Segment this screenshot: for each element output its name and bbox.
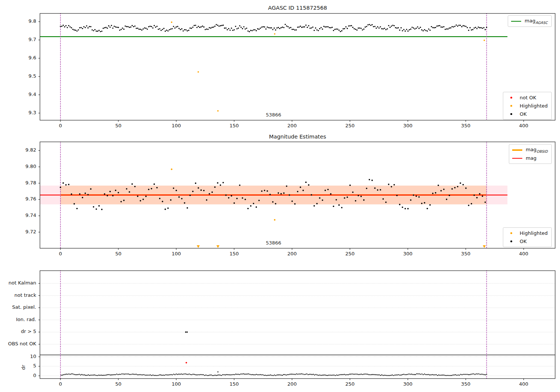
plot1-highlighted-points (171, 22, 485, 112)
plot3-flags-ytick-label-OBS not OK: OBS not OK (0, 341, 36, 346)
plot1-legend-markers-entry: OK (506, 111, 548, 118)
plot2-title: Magnitude Estimates (40, 134, 555, 140)
plot2-ytick-label-9.72: 9.72 (0, 229, 36, 234)
plot3-flags-ytick-label-not track: not track (0, 292, 36, 298)
plot2-xtick-label-400: 400 (519, 251, 528, 256)
plot2-xtick-label-300: 300 (403, 251, 413, 256)
plot3-xtick-label-350: 350 (461, 381, 470, 387)
plot2-obsid-annotation: 53866 (266, 240, 281, 246)
plot1-xtick-label-200: 200 (287, 123, 297, 128)
plot3-xtick-label-0: 0 (59, 381, 62, 387)
plot3-flag-point-dr-gt-5 (186, 332, 188, 333)
plot1-legend-markers-entry: Highlighted (506, 102, 548, 109)
plot3-dr-ytick-label-5: 5 (0, 363, 36, 368)
charts-svg (0, 0, 560, 392)
legend-label: magAGASC (525, 18, 548, 25)
legend-label: Highlighted (520, 103, 548, 109)
plot2-xtick-label-150: 150 (230, 251, 239, 256)
plot3-xtick-label-100: 100 (172, 381, 181, 387)
plot2-ytick-label-9.76: 9.76 (0, 196, 36, 202)
legend-dot-swatch (506, 113, 516, 115)
plot1-ytick-label-9.3: 9.3 (0, 110, 36, 115)
plot2-legend-markers: HighlightedOK (503, 227, 552, 247)
legend-line-swatch (512, 149, 522, 151)
plot3-xtick-label-400: 400 (519, 381, 528, 387)
legend-label: OK (520, 111, 527, 117)
plot1-ytick-label-9.6: 9.6 (0, 55, 36, 60)
plot3-dr-outlier-point (186, 362, 187, 363)
plot2-legend-markers-entry: Highlighted (506, 230, 548, 237)
legend-label: mag (526, 155, 536, 161)
plot3-dr-ytick-label-0: 0 (0, 373, 36, 378)
plot1-xtick-label-400: 400 (519, 123, 528, 128)
plot3-flags-ytick-label-not Kalman: not Kalman (0, 280, 36, 286)
plot1-xtick-label-150: 150 (230, 123, 239, 128)
plot2-clipped-below-triangles (197, 245, 486, 248)
plot1-xtick-label-350: 350 (461, 123, 470, 128)
plot3-xtick-label-50: 50 (115, 381, 122, 387)
plot2-xtick-label-100: 100 (172, 251, 181, 256)
plot2-legend-lines: magOBSIDmag (509, 144, 552, 164)
plot2-legend-lines-entry: mag (512, 155, 548, 162)
plot2-ytick-label-9.82: 9.82 (0, 147, 36, 153)
plot2-xtick-label-0: 0 (59, 251, 62, 256)
plot2-ytick-label-9.78: 9.78 (0, 180, 36, 186)
plot1-title: AGASC ID 115872568 (40, 5, 555, 11)
plot1-ok-points (60, 24, 487, 32)
plot3-xtick-label-150: 150 (230, 381, 239, 387)
legend-dot-swatch (506, 232, 516, 234)
plot3-frame (40, 271, 555, 379)
plot3-xtick-label-200: 200 (287, 381, 297, 387)
plot2-xtick-label-250: 250 (345, 251, 355, 256)
plot2-xtick-label-350: 350 (461, 251, 470, 256)
legend-label: not OK (520, 95, 536, 100)
plot3-flags-ytick-label-Sat. pixel.: Sat. pixel. (0, 304, 36, 310)
plot1-legend-markers-entry: not OK (506, 94, 548, 101)
plot2-ytick-label-9.80: 9.80 (0, 164, 36, 169)
plot3-flag-point-dr-gt-5 (185, 332, 187, 333)
plot3-xtick-label-300: 300 (403, 381, 413, 387)
figure-canvas: AGASC ID 115872568 Magnitude Estimates d… (0, 0, 560, 392)
plot2-ytick-label-9.74: 9.74 (0, 212, 36, 218)
plot1-ytick-label-9.5: 9.5 (0, 73, 36, 79)
plot1-ytick-label-9.8: 9.8 (0, 18, 36, 24)
plot1-ytick-label-9.7: 9.7 (0, 37, 36, 42)
plot1-xtick-label-50: 50 (115, 123, 122, 128)
plot1-xtick-label-0: 0 (59, 123, 62, 128)
legend-line-swatch (511, 21, 521, 22)
plot2-legend-markers-entry: OK (506, 238, 548, 245)
legend-label: magOBSID (526, 147, 548, 153)
plot1-frame (40, 13, 555, 120)
plot3-xtick-label-250: 250 (345, 381, 355, 387)
legend-dot-swatch (506, 240, 516, 242)
plot1-obsid-annotation: 53866 (266, 112, 281, 118)
plot3-flags-ytick-label-dr > 5: dr > 5 (0, 329, 36, 334)
plot3-flags-ytick-label-Ion. rad.: Ion. rad. (0, 317, 36, 322)
plot1-xtick-label-100: 100 (172, 123, 181, 128)
legend-label: OK (520, 239, 527, 244)
plot2-xtick-label-50: 50 (115, 251, 122, 256)
legend-dot-swatch (506, 105, 516, 107)
plot3-dr-points (60, 371, 487, 376)
legend-dot-swatch (506, 97, 516, 99)
legend-label: Highlighted (520, 230, 548, 236)
plot1-ytick-label-9.4: 9.4 (0, 91, 36, 97)
plot1-xtick-label-300: 300 (403, 123, 413, 128)
plot3-dr-ytick-label-10: 10 (0, 354, 36, 359)
legend-line-swatch (512, 158, 522, 159)
plot2-xtick-label-200: 200 (287, 251, 297, 256)
plot1-xtick-label-250: 250 (345, 123, 355, 128)
plot1-legend-markers: not OKHighlightedOK (503, 92, 552, 120)
plot1-legend-magagasc-entry: magAGASC (511, 18, 548, 25)
plot1-legend-magagasc: magAGASC (508, 15, 552, 27)
plot2-legend-lines-entry: magOBSID (512, 146, 548, 153)
